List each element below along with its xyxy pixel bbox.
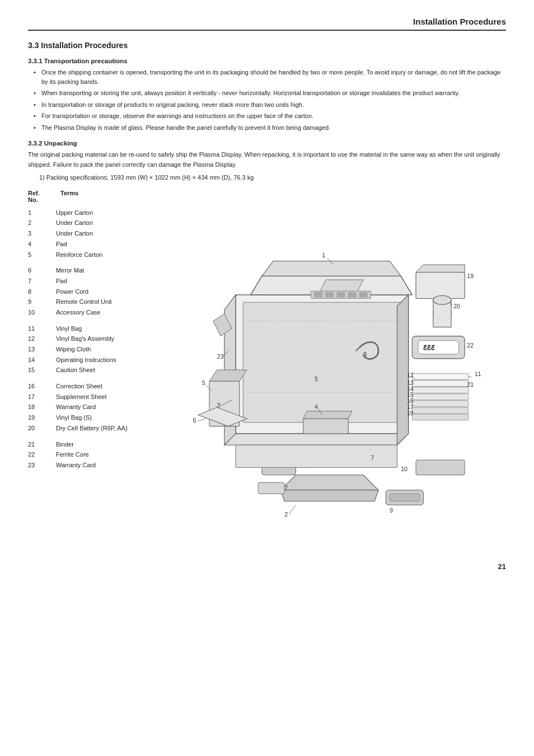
diagram-area: ℰℰℰ <box>146 190 506 551</box>
ref-number: 2 <box>28 218 45 228</box>
header-title: Installation Procedures <box>28 17 506 31</box>
ref-term: Reinforce Carton <box>56 250 140 260</box>
bullet-item: The Plasma Display is made of glass. Ple… <box>34 123 506 133</box>
svg-text:18: 18 <box>407 409 414 416</box>
ref-row: 23Warranty Card <box>28 460 140 471</box>
svg-text:6: 6 <box>193 417 196 424</box>
ref-number: 17 <box>28 392 45 402</box>
ref-number: 18 <box>28 402 45 412</box>
bullet-item: When transporting or storing the unit, a… <box>34 88 506 98</box>
svg-text:1: 1 <box>322 252 325 259</box>
ref-number: 5 <box>28 250 45 260</box>
svg-rect-29 <box>326 293 333 297</box>
ref-row: 14Operating Instructions <box>28 355 140 365</box>
ref-row: 18Warranty Card <box>28 402 140 412</box>
svg-rect-32 <box>359 293 367 297</box>
ref-row: 13Wiping Cloth <box>28 344 140 355</box>
ref-row: 15Caution Sheet <box>28 365 140 375</box>
svg-rect-15 <box>412 387 469 393</box>
ref-row: 6Mirror Mat <box>28 265 140 276</box>
ref-term: Caution Sheet <box>56 365 140 375</box>
section-title: 3.3 Installation Procedures <box>28 41 506 50</box>
svg-rect-14 <box>412 381 469 387</box>
svg-rect-1 <box>243 302 401 422</box>
svg-text:4: 4 <box>315 403 318 410</box>
ref-number: 10 <box>28 307 45 318</box>
ref-group: 6Mirror Mat7Pad8Power Cord9Remote Contro… <box>28 265 140 317</box>
svg-rect-17 <box>412 401 469 407</box>
ref-row: 21Binder <box>28 439 140 450</box>
ref-group: 1Upper Carton2Under Carton3Under Carton4… <box>28 208 140 260</box>
ref-number: 9 <box>28 297 45 307</box>
ref-group: 11Vinyl Bag12Vinyl Bag's Assembly13Wipin… <box>28 323 140 375</box>
ref-row: 4Pad <box>28 239 140 250</box>
svg-text:8: 8 <box>363 351 367 358</box>
ref-group: 21Binder22Ferrite Core23Warranty Card <box>28 439 140 471</box>
ref-row: 9Remote Control Unit <box>28 297 140 307</box>
ref-number: 11 <box>28 323 45 334</box>
ref-term: Remote Control Unit <box>56 297 140 307</box>
ref-row: 10Accessory Case <box>28 307 140 318</box>
ref-term: Vinyl Bag <box>56 323 140 334</box>
ref-term: Warranty Card <box>56 460 140 471</box>
svg-line-45 <box>198 419 205 421</box>
ref-number: 21 <box>28 439 45 450</box>
svg-text:7: 7 <box>284 484 288 491</box>
ref-number: 22 <box>28 449 45 460</box>
svg-text:22: 22 <box>467 342 474 349</box>
svg-rect-21 <box>303 419 349 434</box>
ref-term: Under Carton <box>56 218 140 228</box>
ref-number: 20 <box>28 423 45 434</box>
ref-term: Vinyl Bag (S) <box>56 412 140 423</box>
bullet-item: In transportation or storage of products… <box>34 100 506 110</box>
ref-row: 16Correction Sheet <box>28 381 140 392</box>
ref-term: Correction Sheet <box>56 381 140 392</box>
ref-row: 8Power Cord <box>28 287 140 297</box>
ref-term: Binder <box>56 439 140 450</box>
ref-row: 3Under Carton <box>28 228 140 239</box>
svg-text:10: 10 <box>401 466 407 472</box>
ref-term: Supplement Sheet <box>56 392 140 402</box>
ref-number: 19 <box>28 412 45 423</box>
subsection2-title: 3.3.2 Unpacking <box>28 140 506 147</box>
svg-text:5: 5 <box>315 375 318 382</box>
svg-text:5: 5 <box>202 379 205 386</box>
svg-text:20: 20 <box>453 303 460 309</box>
ref-term: Under Carton <box>56 228 140 239</box>
svg-text:21: 21 <box>467 381 474 387</box>
svg-line-36 <box>289 505 296 514</box>
ref-number: 4 <box>28 239 45 250</box>
ref-table: Ref. No. Terms 1Upper Carton2Under Carto… <box>28 190 140 551</box>
ref-number: 6 <box>28 265 45 276</box>
bullet-item: Once the shipping container is opened, t… <box>34 68 506 86</box>
ref-number: 7 <box>28 276 45 287</box>
ref-row: 12Vinyl Bag's Assembly <box>28 334 140 344</box>
svg-rect-13 <box>412 373 469 379</box>
svg-rect-19 <box>412 414 469 420</box>
ref-term: Ferrite Core <box>56 449 140 460</box>
ref-row: 7Pad <box>28 276 140 287</box>
svg-rect-22 <box>258 482 284 494</box>
svg-text:7: 7 <box>371 454 374 461</box>
ref-row: 17Supplement Sheet <box>28 392 140 402</box>
ref-term: Vinyl Bag's Assembly <box>56 334 140 344</box>
svg-text:23: 23 <box>217 353 223 360</box>
ref-row: 19Vinyl Bag (S) <box>28 412 140 423</box>
svg-rect-6 <box>416 272 465 298</box>
svg-text:19: 19 <box>467 273 474 279</box>
ref-row: 1Upper Carton <box>28 208 140 218</box>
ref-term: Mirror Mat <box>56 265 140 276</box>
ref-number: 3 <box>28 228 45 239</box>
ref-number: 14 <box>28 355 45 365</box>
unpacking-text: The original packing material can be re-… <box>28 150 506 170</box>
ref-term: Dry Cell Battery (R6P, AA) <box>56 423 140 434</box>
packing-spec: 1) Packing specifications; 1593 mm (W) ×… <box>39 173 506 183</box>
ref-group: 16Correction Sheet17Supplement Sheet18Wa… <box>28 381 140 433</box>
ref-number: 8 <box>28 287 45 297</box>
svg-rect-24 <box>390 494 420 501</box>
ref-row: 22Ferrite Core <box>28 449 140 460</box>
ref-row: 20Dry Cell Battery (R6P, AA) <box>28 423 140 434</box>
ref-term: Upper Carton <box>56 208 140 218</box>
ref-term: Operating Instructions <box>56 355 140 365</box>
ref-number: 15 <box>28 365 45 375</box>
